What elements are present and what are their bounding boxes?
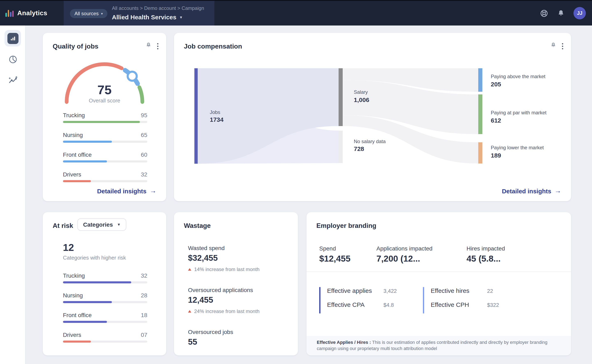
footnote: Effective Applies / Hires : This is our … <box>306 336 571 355</box>
list-item: Trucking32 <box>63 273 147 283</box>
stat-value: 45 (5.8... <box>467 254 501 264</box>
breadcrumb: All accounts > Demo account > Campaign <box>112 5 204 11</box>
effective-hires-group: Effective hires 22 Effective CPH $322 <box>423 287 518 313</box>
sidebar-item-trends[interactable] <box>0 75 26 85</box>
progress-fill <box>63 321 107 323</box>
category-label: Drivers <box>63 332 81 338</box>
list-item: Drivers07 <box>63 332 147 343</box>
sidebar-item-reports[interactable] <box>0 55 26 64</box>
list-item: Front office60 <box>63 152 147 162</box>
progress-fill <box>63 141 112 143</box>
category-label: Trucking <box>63 112 85 118</box>
list-item: Trucking95 <box>63 112 147 123</box>
stat-delta: 14% increase from last month <box>188 266 260 272</box>
categories-dropdown[interactable]: Categories▼ <box>77 218 126 231</box>
node-label: Paying above the market <box>491 74 546 79</box>
progress-fill <box>63 121 140 123</box>
detailed-insights-link[interactable]: Detailed insights→ <box>97 187 156 195</box>
source-selector[interactable]: All sources ▾ <box>70 9 107 18</box>
employer-branding-card: Employer branding Spend $12,455 Applicat… <box>306 212 571 355</box>
category-value: 60 <box>141 152 147 158</box>
metric-label: Effective CPA <box>327 301 384 308</box>
progress-fill <box>63 281 131 283</box>
card-title: Wastage <box>184 222 211 229</box>
sidebar-item-dashboard[interactable] <box>5 30 21 46</box>
metric-value: $4.8 <box>384 302 394 308</box>
sankey-node-salary <box>338 68 343 126</box>
category-value: 32 <box>141 171 147 178</box>
progress-fill <box>63 160 107 162</box>
category-label: Drivers <box>63 171 81 178</box>
card-title: Employer branding <box>316 222 377 229</box>
progress-track <box>63 281 147 283</box>
progress-fill <box>63 341 91 343</box>
progress-track <box>63 321 147 323</box>
pie-chart-icon <box>8 55 18 64</box>
brand-name: Analytics <box>17 9 47 17</box>
category-label: Nursing <box>63 132 83 138</box>
stat-value: $32,455 <box>188 253 218 263</box>
stat-label: Oversourced jobs <box>188 329 233 335</box>
node-value: 612 <box>491 117 501 124</box>
progress-track <box>63 160 147 162</box>
category-value: 28 <box>141 292 147 299</box>
notifications-bell-icon[interactable] <box>557 9 565 18</box>
node-label: Jobs <box>210 109 220 115</box>
node-label: Salary <box>354 89 368 95</box>
bar-chart-icon <box>7 33 18 44</box>
topbar-actions: JJ <box>540 1 586 26</box>
node-value: 1,006 <box>354 96 369 103</box>
account-selector[interactable]: Allied Health Services ▾ <box>112 13 182 20</box>
metric-value: 3,422 <box>384 288 397 294</box>
avatar[interactable]: JJ <box>573 7 586 19</box>
arrow-right-icon: → <box>554 187 561 195</box>
node-label: No salary data <box>354 139 386 144</box>
analytics-dashboard: Analytics All sources ▾ All accounts > D… <box>0 0 592 364</box>
at-risk-card: At risk Categories▼ 12 Categories with h… <box>43 212 166 355</box>
progress-fill <box>63 301 112 303</box>
stat-value: 12,455 <box>188 295 213 305</box>
node-value: 205 <box>491 81 501 88</box>
category-value: 65 <box>141 132 147 138</box>
chevron-down-icon: ▾ <box>180 15 182 19</box>
category-label: Front office <box>63 312 92 318</box>
progress-track <box>63 180 147 182</box>
category-value: 32 <box>141 273 147 279</box>
stat-label: Spend <box>319 245 336 252</box>
stat-delta: 24% increase from last month <box>188 308 260 314</box>
sankey-node-no-salary <box>338 130 343 163</box>
sankey-chart <box>174 33 571 201</box>
help-icon[interactable] <box>540 9 548 18</box>
metric-value: 22 <box>487 288 493 294</box>
gauge-handle-icon <box>128 72 137 81</box>
metric-label: Effective hires <box>431 287 487 294</box>
risk-count: 12 <box>63 242 74 253</box>
sankey-node-lower <box>478 142 482 163</box>
category-label: Nursing <box>63 292 83 299</box>
trend-up-icon <box>188 268 191 271</box>
sankey-node-par <box>478 94 482 134</box>
category-label: Front office <box>63 152 92 158</box>
list-item: Nursing65 <box>63 132 147 143</box>
stat-label: Hires impacted <box>467 245 505 252</box>
progress-track <box>63 141 147 143</box>
progress-fill <box>63 180 91 182</box>
detailed-insights-link[interactable]: Detailed insights→ <box>502 187 561 195</box>
risk-category-list: Trucking32 Nursing28 Front office18 Driv… <box>63 273 147 352</box>
progress-track <box>63 341 147 343</box>
arrow-right-icon: → <box>150 187 156 195</box>
node-label: Paying lower the market <box>491 145 544 150</box>
effective-applies-group: Effective applies 3,422 Effective CPA $4… <box>319 287 414 313</box>
trend-sparkle-icon <box>8 75 18 85</box>
stat-label: Oversourced applications <box>188 287 253 293</box>
node-value: 189 <box>491 152 501 159</box>
chevron-down-icon: ▼ <box>117 222 121 227</box>
node-value: 728 <box>354 145 364 152</box>
analytics-logo-icon <box>5 10 13 17</box>
footnote-term: Effective Applies / Hires : <box>317 340 371 345</box>
sidebar <box>0 26 26 364</box>
sankey-node-jobs <box>194 68 198 164</box>
progress-track <box>63 301 147 303</box>
list-item: Nursing28 <box>63 292 147 303</box>
stat-value: 55 <box>188 337 197 347</box>
